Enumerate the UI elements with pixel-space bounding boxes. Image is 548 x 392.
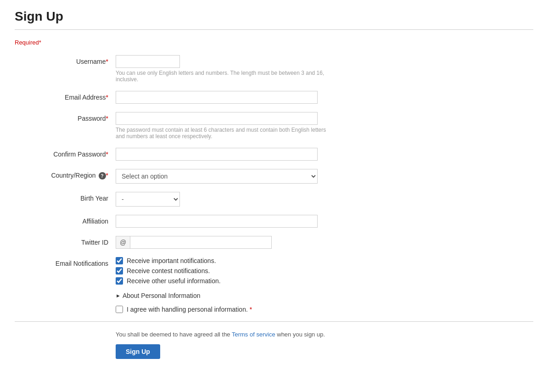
- twitter-row: Twitter ID @: [15, 236, 533, 249]
- about-personal-label: About Personal Information: [123, 292, 201, 299]
- username-label: Username*: [15, 55, 116, 65]
- birth-year-row: Birth Year -: [15, 192, 533, 207]
- password-label: Password*: [15, 112, 116, 122]
- agree-row: I agree with handling personal informati…: [116, 306, 391, 313]
- triangle-icon: ►: [116, 293, 121, 298]
- password-hint: The password must contain at least 6 cha…: [116, 127, 336, 140]
- country-field: Select an option: [116, 169, 391, 184]
- agree-checkbox[interactable]: [116, 306, 123, 313]
- username-input[interactable]: [116, 55, 180, 68]
- confirm-password-row: Confirm Password*: [15, 148, 533, 161]
- notification-2-label: Receive contest notifications.: [127, 267, 210, 274]
- email-row: Email Address*: [15, 91, 533, 104]
- title-divider: [15, 29, 533, 30]
- email-input[interactable]: [116, 91, 318, 104]
- notification-1-label: Receive important notifications.: [127, 257, 216, 264]
- country-label: Country/Region ?*: [15, 169, 116, 179]
- affiliation-row: Affiliation: [15, 215, 533, 228]
- email-label: Email Address*: [15, 91, 116, 101]
- about-personal-toggle[interactable]: ► About Personal Information: [116, 292, 391, 299]
- confirm-password-field: [116, 148, 391, 161]
- email-notifications-row: Email Notifications Receive important no…: [15, 257, 533, 313]
- notification-3-row: Receive other useful information.: [116, 277, 391, 285]
- twitter-wrapper: @: [116, 236, 272, 249]
- email-field-wrapper: [116, 91, 391, 104]
- signup-button[interactable]: Sign Up: [116, 344, 160, 359]
- terms-text: You shall be deemed to have agreed all t…: [15, 331, 533, 338]
- required-note: Required*: [15, 39, 533, 46]
- page-title: Sign Up: [15, 9, 533, 24]
- email-notifications-label: Email Notifications: [15, 257, 116, 267]
- birth-year-wrapper: -: [116, 192, 180, 207]
- country-select-wrapper: Select an option: [116, 169, 318, 184]
- twitter-input[interactable]: [130, 236, 272, 249]
- bottom-divider: [15, 321, 533, 322]
- notification-2-row: Receive contest notifications.: [116, 267, 391, 274]
- notification-1-checkbox[interactable]: [116, 257, 123, 264]
- notification-3-label: Receive other useful information.: [127, 277, 221, 285]
- twitter-field: @: [116, 236, 391, 249]
- password-row: Password* The password must contain at l…: [15, 112, 533, 140]
- country-help-icon[interactable]: ?: [99, 172, 106, 179]
- confirm-password-input[interactable]: [116, 148, 318, 161]
- username-hint: You can use only English letters and num…: [116, 70, 336, 83]
- confirm-password-label: Confirm Password*: [15, 148, 116, 158]
- affiliation-input[interactable]: [116, 215, 318, 228]
- notification-2-checkbox[interactable]: [116, 267, 123, 274]
- notification-3-checkbox[interactable]: [116, 277, 123, 285]
- email-notifications-field: Receive important notifications. Receive…: [116, 257, 391, 313]
- affiliation-label: Affiliation: [15, 215, 116, 225]
- username-field: You can use only English letters and num…: [116, 55, 391, 83]
- affiliation-field: [116, 215, 391, 228]
- country-row: Country/Region ?* Select an option: [15, 169, 533, 184]
- password-input[interactable]: [116, 112, 318, 125]
- birth-year-field: -: [116, 192, 391, 207]
- twitter-label: Twitter ID: [15, 236, 116, 246]
- birth-year-label: Birth Year: [15, 192, 116, 202]
- notification-1-row: Receive important notifications.: [116, 257, 391, 264]
- password-field-wrapper: The password must contain at least 6 cha…: [116, 112, 391, 140]
- signup-btn-row: Sign Up: [15, 344, 533, 359]
- birth-year-select[interactable]: -: [116, 192, 180, 207]
- terms-link[interactable]: Terms of service: [232, 331, 275, 338]
- agree-label: I agree with handling personal informati…: [127, 306, 252, 313]
- country-select[interactable]: Select an option: [116, 169, 318, 184]
- username-row: Username* You can use only English lette…: [15, 55, 533, 83]
- twitter-at-symbol: @: [116, 236, 130, 249]
